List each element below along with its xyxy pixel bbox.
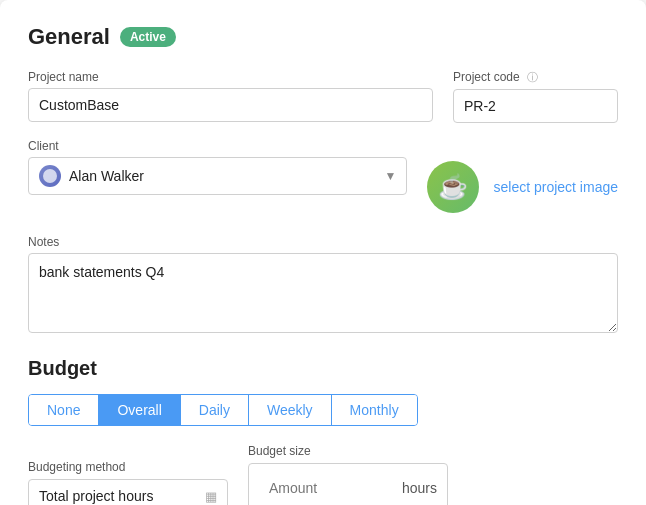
client-value: Alan Walker: [69, 168, 385, 184]
budgeting-method-select[interactable]: Total project hours ▦: [28, 479, 228, 505]
budget-size-label: Budget size: [248, 444, 448, 458]
budget-size-input-wrapper: hours: [248, 463, 448, 505]
section-title: General: [28, 24, 110, 50]
budget-tabs: None Overall Daily Weekly Monthly: [28, 394, 418, 426]
budget-size-group: Budget size hours: [248, 444, 448, 505]
method-copy-icon: ▦: [205, 489, 217, 504]
budget-size-unit: hours: [402, 480, 437, 496]
budgeting-method-group: Budgeting method Total project hours ▦: [28, 460, 228, 505]
project-name-group: Project name: [28, 70, 433, 123]
budgeting-method-value: Total project hours: [39, 488, 153, 504]
budget-fields-row: Budgeting method Total project hours ▦ B…: [28, 444, 618, 505]
budget-size-input[interactable]: [259, 472, 402, 504]
tab-weekly[interactable]: Weekly: [249, 395, 332, 425]
project-code-label: Project code ⓘ: [453, 70, 618, 85]
tab-monthly[interactable]: Monthly: [332, 395, 417, 425]
tab-none[interactable]: None: [29, 395, 99, 425]
tab-daily[interactable]: Daily: [181, 395, 249, 425]
notes-label: Notes: [28, 235, 618, 249]
project-code-info-icon: ⓘ: [527, 71, 538, 83]
project-name-label: Project name: [28, 70, 433, 84]
budget-section: Budget None Overall Daily Weekly Monthly…: [28, 357, 618, 505]
client-label: Client: [28, 139, 407, 153]
project-name-code-row: Project name Project code ⓘ: [28, 70, 618, 123]
project-image-section: ☕ select project image: [427, 161, 618, 213]
notes-input[interactable]: bank statements Q4: [28, 253, 618, 333]
select-project-image-link[interactable]: select project image: [493, 179, 618, 195]
client-select[interactable]: Alan Walker ▼: [28, 157, 407, 195]
active-badge: Active: [120, 27, 176, 47]
budget-title: Budget: [28, 357, 618, 380]
project-image-circle[interactable]: ☕: [427, 161, 479, 213]
project-code-input[interactable]: [453, 89, 618, 123]
chevron-down-icon: ▼: [385, 169, 397, 183]
budgeting-method-label: Budgeting method: [28, 460, 228, 474]
section-header: General Active: [28, 24, 618, 50]
client-avatar: [39, 165, 61, 187]
client-group: Client Alan Walker ▼: [28, 139, 407, 195]
tab-overall[interactable]: Overall: [99, 395, 180, 425]
main-container: General Active Project name Project code…: [0, 0, 646, 505]
project-code-group: Project code ⓘ: [453, 70, 618, 123]
project-name-input[interactable]: [28, 88, 433, 122]
coffee-cup-icon: ☕: [438, 173, 468, 201]
notes-group: Notes bank statements Q4: [28, 235, 618, 333]
client-image-row: Client Alan Walker ▼ ☕ select project im…: [28, 139, 618, 219]
avatar-inner: [43, 169, 57, 183]
